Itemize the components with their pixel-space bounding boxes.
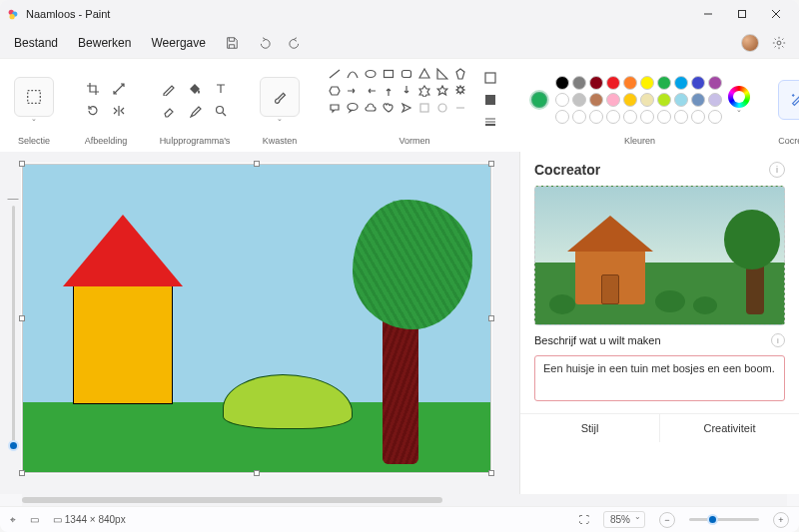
color-swatch[interactable] bbox=[691, 76, 705, 90]
zoom-percentage[interactable]: 85% bbox=[603, 511, 645, 528]
color-swatch[interactable] bbox=[640, 76, 654, 90]
label-tools: Hulpprogramma's bbox=[160, 134, 231, 148]
canvas[interactable] bbox=[22, 164, 491, 473]
current-color[interactable] bbox=[529, 90, 549, 110]
color-swatch[interactable] bbox=[708, 76, 722, 90]
save-button[interactable] bbox=[218, 30, 246, 56]
resize-handle[interactable] bbox=[19, 161, 25, 167]
svg-rect-16 bbox=[485, 73, 495, 83]
zoom-in-button[interactable]: + bbox=[773, 512, 789, 528]
drawing-tree-crown bbox=[353, 200, 472, 329]
svg-point-15 bbox=[438, 104, 446, 112]
cocreator-preview[interactable] bbox=[534, 186, 785, 325]
shape-gallery[interactable] bbox=[328, 67, 467, 132]
menu-file[interactable]: Bestand bbox=[6, 32, 66, 54]
color-swatch[interactable] bbox=[572, 76, 586, 90]
eraser-tool[interactable] bbox=[158, 102, 180, 120]
resize-handle[interactable] bbox=[488, 161, 494, 167]
color-swatch[interactable] bbox=[657, 76, 671, 90]
menu-view[interactable]: Weergave bbox=[143, 32, 213, 54]
title-bar: Naamloos - Paint bbox=[0, 0, 799, 28]
resize-handle[interactable] bbox=[254, 470, 260, 476]
color-swatch[interactable] bbox=[589, 76, 603, 90]
selection-size-icon: ▭ bbox=[30, 514, 39, 525]
prompt-input[interactable]: Een huisje in een tuin met bosjes en een… bbox=[534, 355, 785, 401]
text-tool[interactable] bbox=[210, 80, 232, 98]
panel-title: Cocreatori bbox=[534, 162, 785, 178]
color-swatch[interactable] bbox=[674, 76, 688, 90]
zoom-slider[interactable] bbox=[689, 518, 759, 521]
tab-creativity[interactable]: Creativiteit bbox=[660, 414, 799, 442]
resize-handle[interactable] bbox=[19, 470, 25, 476]
tab-style[interactable]: Stijl bbox=[520, 414, 660, 442]
line-width[interactable] bbox=[479, 113, 501, 131]
menu-bar: Bestand Bewerken Weergave bbox=[0, 28, 799, 58]
color-swatch-empty[interactable] bbox=[691, 110, 705, 124]
resize-handle[interactable] bbox=[488, 470, 494, 476]
fit-screen-icon[interactable]: ⛶ bbox=[579, 514, 589, 525]
chevron-down-icon[interactable]: ⌄ bbox=[29, 115, 39, 123]
settings-button[interactable] bbox=[765, 30, 793, 56]
color-swatch-empty[interactable] bbox=[674, 110, 688, 124]
chevron-down-icon[interactable]: ⌄ bbox=[275, 115, 285, 123]
color-swatch[interactable] bbox=[623, 93, 637, 107]
color-swatch[interactable] bbox=[657, 93, 671, 107]
undo-button[interactable] bbox=[250, 30, 278, 56]
color-swatch-empty[interactable] bbox=[657, 110, 671, 124]
svg-rect-11 bbox=[385, 71, 394, 78]
color-swatch-empty[interactable] bbox=[606, 110, 620, 124]
color-swatch[interactable] bbox=[674, 93, 688, 107]
select-tool[interactable] bbox=[14, 77, 54, 117]
color-swatch[interactable] bbox=[708, 93, 722, 107]
resize-handle[interactable] bbox=[488, 315, 494, 321]
close-button[interactable] bbox=[759, 0, 793, 28]
color-swatch[interactable] bbox=[606, 76, 620, 90]
brush-tool[interactable] bbox=[260, 77, 300, 117]
color-swatch[interactable] bbox=[589, 93, 603, 107]
zoom-out-button[interactable]: − bbox=[659, 512, 675, 528]
svg-point-9 bbox=[217, 106, 224, 113]
fill-tool[interactable] bbox=[184, 80, 206, 98]
color-swatch-empty[interactable] bbox=[555, 110, 569, 124]
resize-handle[interactable] bbox=[254, 161, 260, 167]
color-swatch-empty[interactable] bbox=[589, 110, 603, 124]
crop-tool[interactable] bbox=[82, 80, 104, 98]
rotate-tool[interactable] bbox=[82, 102, 104, 120]
label-cocreator: Cocreator bbox=[778, 134, 799, 148]
ribbon: ⌄ Selectie Afbeelding bbox=[0, 58, 799, 152]
svg-rect-14 bbox=[420, 104, 428, 112]
horizontal-scrollbar[interactable] bbox=[22, 494, 787, 506]
maximize-button[interactable] bbox=[725, 0, 759, 28]
color-swatch-empty[interactable] bbox=[572, 110, 586, 124]
color-swatch[interactable] bbox=[555, 76, 569, 90]
redo-button[interactable] bbox=[282, 30, 310, 56]
color-swatch[interactable] bbox=[555, 93, 569, 107]
resize-tool[interactable] bbox=[108, 80, 130, 98]
info-icon[interactable]: i bbox=[769, 162, 785, 178]
magnifier-tool[interactable] bbox=[210, 102, 232, 120]
menu-edit[interactable]: Bewerken bbox=[70, 32, 139, 54]
info-icon[interactable]: i bbox=[771, 333, 785, 347]
color-swatch-empty[interactable] bbox=[708, 110, 722, 124]
edit-colors[interactable] bbox=[728, 86, 750, 108]
user-avatar[interactable] bbox=[741, 34, 759, 52]
color-swatch-empty[interactable] bbox=[640, 110, 654, 124]
svg-rect-4 bbox=[739, 11, 746, 18]
paint-app-icon bbox=[6, 7, 20, 21]
color-swatch[interactable] bbox=[606, 93, 620, 107]
color-swatch-empty[interactable] bbox=[623, 110, 637, 124]
color-swatch[interactable] bbox=[640, 93, 654, 107]
color-swatch[interactable] bbox=[572, 93, 586, 107]
svg-point-10 bbox=[366, 71, 376, 78]
shape-fill[interactable] bbox=[479, 91, 501, 109]
pencil-tool[interactable] bbox=[158, 80, 180, 98]
cocreator-button[interactable] bbox=[778, 80, 799, 120]
flip-tool[interactable] bbox=[108, 102, 130, 120]
picker-tool[interactable] bbox=[184, 102, 206, 120]
minimize-button[interactable] bbox=[691, 0, 725, 28]
color-swatch[interactable] bbox=[623, 76, 637, 90]
resize-handle[interactable] bbox=[19, 315, 25, 321]
group-selection: ⌄ Selectie bbox=[10, 65, 58, 148]
shape-outline[interactable] bbox=[479, 69, 501, 87]
color-swatch[interactable] bbox=[691, 93, 705, 107]
